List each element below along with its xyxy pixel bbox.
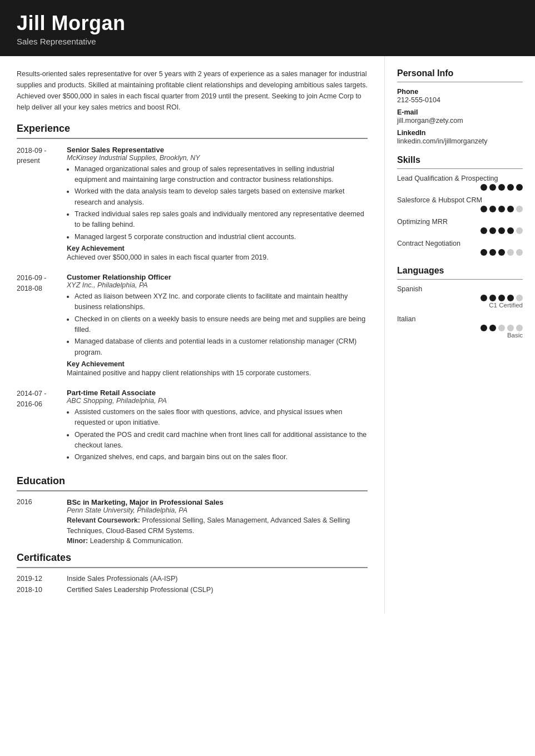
dot [489, 227, 496, 234]
coursework-label: Relevant Coursework: [67, 516, 140, 524]
skills-section: Skills Lead Qualification & Prospecting … [397, 155, 523, 256]
skill-dots-1 [397, 184, 523, 191]
linkedin-label: LinkedIn [397, 129, 523, 137]
dot [489, 206, 496, 212]
exp-bullets-3: Assisted customers on the sales floor wi… [67, 407, 368, 463]
exp-title-2: Customer Relationship Officer [67, 273, 368, 281]
edu-minor-1: Minor: Leadership & Communication. [67, 536, 368, 546]
achievement-label-2: Key Achievement [67, 360, 368, 368]
dot [507, 295, 514, 301]
skill-item-3: Optimizing MRR [397, 218, 523, 234]
bullet: Organized shelves, end caps, and bargain… [75, 452, 368, 462]
lang-item-1: Spanish C1 Certified [397, 285, 523, 309]
exp-company-3: ABC Shopping, Philadelphia, PA [67, 397, 368, 405]
skill-item-4: Contract Negotiation [397, 240, 523, 256]
exp-date-1: 2018-09 -present [17, 146, 67, 263]
cert-item-2: 2018-10 Certified Sales Leadership Profe… [17, 586, 368, 594]
lang-dots-2 [397, 325, 523, 331]
dot [507, 325, 514, 331]
dot [498, 206, 505, 212]
skill-item-1: Lead Qualification & Prospecting [397, 175, 523, 191]
certificates-section: Certificates 2019-12 Inside Sales Profes… [17, 552, 368, 594]
certificates-section-title: Certificates [17, 552, 368, 564]
dot [498, 184, 505, 191]
exp-title-1: Senior Sales Representative [67, 146, 368, 154]
dot [507, 184, 514, 191]
exp-content-1: Senior Sales Representative McKinsey Ind… [67, 146, 368, 263]
bullet: Managed database of clients and potentia… [75, 336, 368, 358]
edu-content-1: BSc in Marketing, Major in Professional … [67, 498, 368, 546]
exp-date-2: 2016-09 -2018-08 [17, 273, 67, 379]
exp-title-3: Part-time Retail Associate [67, 389, 368, 397]
dot [507, 227, 514, 234]
lang-level-1: C1 Certified [397, 302, 523, 309]
skill-dots-3 [397, 227, 523, 234]
dot [498, 249, 505, 256]
dot [498, 295, 505, 301]
email-label: E-mail [397, 108, 523, 116]
personal-info-title: Personal Info [397, 68, 523, 78]
phone-label: Phone [397, 88, 523, 96]
dot [489, 325, 496, 331]
dot [516, 249, 523, 256]
edu-date-1: 2016 [17, 498, 67, 546]
exp-content-3: Part-time Retail Associate ABC Shopping,… [67, 389, 368, 465]
experience-item-2: 2016-09 -2018-08 Customer Relationship O… [17, 273, 368, 379]
dot [498, 227, 505, 234]
dot [507, 249, 514, 256]
achievement-label-1: Key Achievement [67, 245, 368, 252]
languages-title: Languages [397, 266, 523, 276]
lang-name-2: Italian [397, 315, 523, 323]
left-column: Results-oriented sales representative fo… [0, 56, 385, 614]
bullet: Worked with the data analysis team to de… [75, 186, 368, 208]
languages-divider [397, 279, 523, 280]
education-item-1: 2016 BSc in Marketing, Major in Professi… [17, 498, 368, 546]
lang-dots-1 [397, 295, 523, 301]
candidate-title: Sales Representative [17, 37, 518, 46]
bullet: Operated the POS and credit card machine… [75, 430, 368, 451]
bullet: Checked in on clients on a weekly basis … [75, 314, 368, 336]
experience-divider [17, 138, 368, 139]
dot [489, 184, 496, 191]
candidate-name: Jill Morgan [17, 12, 518, 34]
cert-date-2: 2018-10 [17, 586, 67, 594]
lang-name-1: Spanish [397, 285, 523, 293]
experience-section: Experience 2018-09 -present Senior Sales… [17, 123, 368, 465]
edu-degree-1: BSc in Marketing, Major in Professional … [67, 498, 368, 506]
edu-coursework-1: Relevant Coursework: Professional Sellin… [67, 515, 368, 536]
dot [489, 295, 496, 301]
dot [516, 206, 523, 212]
minor-text: Leadership & Communication. [90, 537, 183, 545]
linkedin-value: linkedin.com/in/jillmorganzety [397, 137, 523, 145]
summary-text: Results-oriented sales representative fo… [17, 68, 368, 113]
skill-name-1: Lead Qualification & Prospecting [397, 175, 523, 182]
skill-item-2: Salesforce & Hubspot CRM [397, 196, 523, 212]
dot [516, 227, 523, 234]
cert-name-2: Certified Sales Leadership Professional … [67, 586, 368, 594]
achievement-text-1: Achieved over $500,000 in sales in each … [67, 252, 368, 263]
bullet: Managed largest 5 corporate construction… [75, 232, 368, 242]
bullet: Tracked individual sales rep sales goals… [75, 209, 368, 231]
exp-company-1: McKinsey Industrial Supplies, Brooklyn, … [67, 154, 368, 162]
dot [480, 227, 487, 234]
minor-label: Minor: [67, 537, 88, 545]
dot [480, 206, 487, 212]
dot [480, 295, 487, 301]
lang-level-2: Basic [397, 332, 523, 339]
skill-dots-4 [397, 249, 523, 256]
bullet: Managed organizational sales and group o… [75, 164, 368, 186]
languages-section: Languages Spanish C1 Certified Italian [397, 266, 523, 339]
phone-value: 212-555-0104 [397, 96, 523, 104]
skill-dots-2 [397, 206, 523, 212]
exp-content-2: Customer Relationship Officer XYZ Inc., … [67, 273, 368, 379]
education-section-title: Education [17, 475, 368, 487]
resume-header: Jill Morgan Sales Representative [0, 0, 535, 56]
lang-item-2: Italian Basic [397, 315, 523, 339]
email-value: jill.morgan@zety.com [397, 117, 523, 125]
skill-name-4: Contract Negotiation [397, 240, 523, 247]
education-section: Education 2016 BSc in Marketing, Major i… [17, 475, 368, 546]
personal-info-divider [397, 82, 523, 82]
skill-name-3: Optimizing MRR [397, 218, 523, 226]
exp-company-2: XYZ Inc., Philadelphia, PA [67, 281, 368, 289]
dot [480, 249, 487, 256]
